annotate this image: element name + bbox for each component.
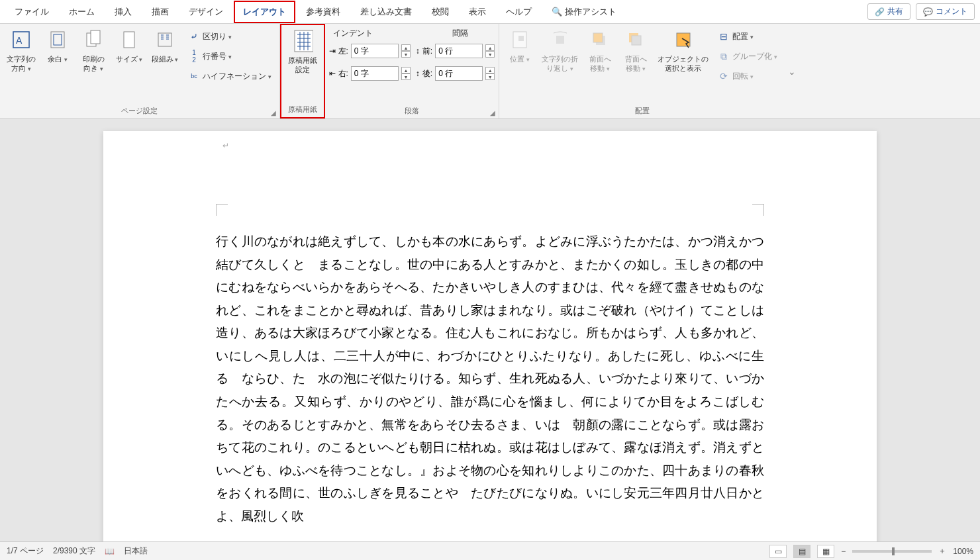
indent-left-up[interactable]: ▲ xyxy=(401,44,411,51)
orientation-button[interactable]: 印刷の 向き xyxy=(77,25,110,102)
page-setup-launcher[interactable]: ◢ xyxy=(269,108,278,117)
document-body-text[interactable]: 行く川のながれは絶えずして、しかも本の水にあらず。よどみに浮ぶうたかたは、かつ消… xyxy=(216,230,764,528)
svg-rect-24 xyxy=(556,36,564,44)
send-backward-button[interactable]: 背面へ 移動 xyxy=(619,25,652,102)
svg-rect-6 xyxy=(124,32,134,48)
text-direction-button[interactable]: A 文字列の 方向 xyxy=(4,25,38,102)
group-objects-button[interactable]: ⧉ グループ化 xyxy=(715,48,780,65)
wrap-text-button[interactable]: 文字列の折 り返し xyxy=(539,25,581,102)
breaks-button[interactable]: ⤶ 区切り xyxy=(185,28,274,45)
tab-review[interactable]: 校閲 xyxy=(422,1,458,23)
comments-label: コメント xyxy=(936,6,967,17)
tab-design[interactable]: デザイン xyxy=(179,1,232,23)
size-icon xyxy=(119,28,140,52)
document-area[interactable]: ↵ 行く川のながれは絶えずして、しかも本の水にあらず。よどみに浮ぶうたかたは、か… xyxy=(0,119,980,541)
tab-file[interactable]: ファイル xyxy=(5,1,58,23)
send-backward-label: 背面へ 移動 xyxy=(625,54,647,73)
tab-home[interactable]: ホーム xyxy=(60,1,104,23)
size-button[interactable]: サイズ xyxy=(113,25,146,102)
indent-header: インデント xyxy=(329,25,435,40)
wrap-text-icon xyxy=(550,28,571,52)
tab-layout[interactable]: レイアウト xyxy=(234,1,295,23)
tab-mailings[interactable]: 差し込み文書 xyxy=(351,1,421,23)
tab-view[interactable]: 表示 xyxy=(460,1,495,23)
manuscript-paper-button[interactable]: 原稿用紙 設定 xyxy=(285,26,320,103)
align-button[interactable]: ⊟ 配置 xyxy=(715,28,780,45)
svg-rect-5 xyxy=(91,30,100,44)
zoom-in-button[interactable]: ＋ xyxy=(938,545,946,557)
zoom-level[interactable]: 100% xyxy=(953,547,973,556)
text-direction-icon: A xyxy=(11,28,32,52)
tab-bar: ファイル ホーム 挿入 描画 デザイン レイアウト 参考資料 差し込み文書 校閲… xyxy=(0,0,980,24)
hyphenation-label: ハイフネーション xyxy=(203,71,271,82)
spacing-before-down[interactable]: ▼ xyxy=(485,51,495,58)
status-language[interactable]: 日本語 xyxy=(124,545,148,557)
group-page-setup: A 文字列の 方向 余白 印刷の 向き サイズ 段組み ⤶ xyxy=(0,24,280,118)
manuscript-paper-label: 原稿用紙 設定 xyxy=(288,56,317,75)
tab-insert[interactable]: 挿入 xyxy=(105,1,141,23)
position-button[interactable]: 位置 xyxy=(503,25,536,102)
indent-left-input[interactable] xyxy=(351,44,399,58)
document-page[interactable]: ↵ 行く川のながれは絶えずして、しかも本の水にあらず。よどみに浮ぶうたかたは、か… xyxy=(103,131,877,541)
bring-forward-button[interactable]: 前面へ 移動 xyxy=(583,25,616,102)
manuscript-paper-icon xyxy=(292,29,313,53)
status-page[interactable]: 1/7 ページ xyxy=(7,545,44,557)
spellcheck-icon[interactable]: 📖 xyxy=(105,547,115,556)
collapse-ribbon-button[interactable]: ⌄ xyxy=(785,24,799,118)
breaks-label: 区切り xyxy=(203,31,232,42)
indent-left-down[interactable]: ▼ xyxy=(401,51,411,58)
wrap-text-label: 文字列の折 り返し xyxy=(542,54,578,73)
selection-pane-icon xyxy=(673,28,694,52)
bring-forward-label: 前面へ 移動 xyxy=(589,54,611,73)
share-button[interactable]: 🔗 共有 xyxy=(867,3,910,20)
zoom-out-button[interactable]: − xyxy=(841,547,846,556)
hyphenation-button[interactable]: bc ハイフネーション xyxy=(185,68,274,85)
status-word-count[interactable]: 2/9390 文字 xyxy=(53,545,95,557)
indent-right-down[interactable]: ▼ xyxy=(401,73,411,80)
tab-draw[interactable]: 描画 xyxy=(142,1,178,23)
margins-button[interactable]: 余白 xyxy=(41,25,74,102)
spacing-after-icon: ↕ xyxy=(416,69,420,78)
svg-rect-28 xyxy=(632,36,641,45)
paragraph-mark: ↵ xyxy=(222,141,229,150)
svg-rect-23 xyxy=(518,36,524,41)
comments-button[interactable]: 💬 コメント xyxy=(916,3,975,20)
spacing-after-down[interactable]: ▼ xyxy=(485,73,495,80)
indent-right-input[interactable] xyxy=(351,66,399,81)
tab-help[interactable]: ヘルプ xyxy=(497,1,541,23)
rotate-label: 回転 xyxy=(732,71,754,82)
line-numbers-icon: 12 xyxy=(188,50,200,62)
status-bar: 1/7 ページ 2/9390 文字 📖 日本語 ▭ ▤ ▦ − ＋ 100% xyxy=(0,541,980,560)
columns-button[interactable]: 段組み xyxy=(148,25,181,102)
spacing-after-label: 後: xyxy=(422,68,432,79)
spacing-before-input[interactable] xyxy=(435,44,483,58)
line-numbers-button[interactable]: 12 行番号 xyxy=(185,48,274,65)
spacing-after-input[interactable] xyxy=(435,66,483,81)
indent-left-row: ⇥ 左: ▲▼ xyxy=(329,42,411,60)
spacing-after-up[interactable]: ▲ xyxy=(485,67,495,73)
columns-label: 段組み xyxy=(152,54,179,64)
comment-icon: 💬 xyxy=(923,7,933,17)
svg-text:A: A xyxy=(16,35,23,46)
view-web-layout[interactable]: ▦ xyxy=(817,545,834,558)
page-setup-group-label: ページ設定 xyxy=(4,105,275,118)
tell-me[interactable]: 🔍 操作アシスト xyxy=(542,1,626,23)
indent-right-up[interactable]: ▲ xyxy=(401,67,411,73)
size-label: サイズ xyxy=(116,54,143,64)
selection-pane-button[interactable]: オブジェクトの 選択と表示 xyxy=(655,25,711,102)
orientation-label: 印刷の 向き xyxy=(83,54,105,73)
send-backward-icon xyxy=(625,28,646,52)
margin-mark-top-right xyxy=(752,204,764,216)
rotate-button[interactable]: ⟳ 回転 xyxy=(715,68,780,85)
tell-me-label: 操作アシスト xyxy=(565,6,616,18)
tab-references[interactable]: 参考資料 xyxy=(297,1,350,23)
view-print-layout[interactable]: ▤ xyxy=(793,545,810,558)
view-read-mode[interactable]: ▭ xyxy=(769,545,787,558)
spacing-before-up[interactable]: ▲ xyxy=(485,44,495,51)
position-label: 位置 xyxy=(510,54,530,64)
zoom-slider[interactable] xyxy=(852,550,932,553)
paragraph-group-label: 段落 xyxy=(329,105,495,118)
ribbon: A 文字列の 方向 余白 印刷の 向き サイズ 段組み ⤶ xyxy=(0,24,980,119)
share-icon: 🔗 xyxy=(875,7,885,17)
paragraph-launcher[interactable]: ◢ xyxy=(488,108,497,117)
